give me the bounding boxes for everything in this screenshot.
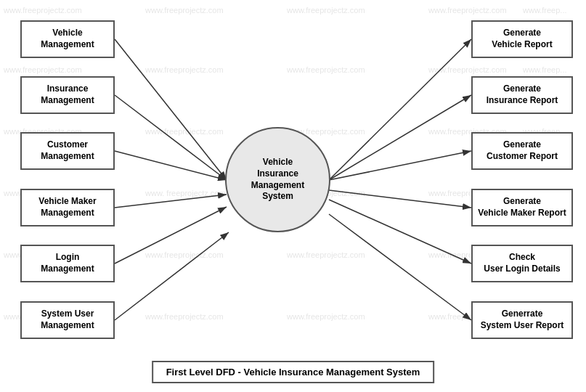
- svg-line-8: [329, 39, 471, 180]
- svg-line-6: [115, 207, 227, 264]
- svg-line-10: [329, 151, 471, 180]
- svg-line-4: [115, 151, 227, 180]
- svg-line-7: [115, 232, 229, 320]
- box-vehicle-management: VehicleManagement: [20, 20, 115, 58]
- box-generate-vehicle-maker-report: GenerateVehicle Maker Report: [471, 189, 573, 226]
- box-check-user-login: CheckUser Login Details: [471, 245, 573, 282]
- box-generate-insurance-report: GenerateInsurance Report: [471, 76, 573, 114]
- svg-line-13: [329, 214, 471, 320]
- box-customer-management: CustomerManagement: [20, 132, 115, 170]
- box-generate-system-user-report: GenerrateSystem User Report: [471, 301, 573, 339]
- box-generate-customer-report: GenerateCustomer Report: [471, 132, 573, 170]
- box-login-management: LoginManagement: [20, 245, 115, 282]
- svg-line-3: [115, 95, 227, 180]
- diagram-title: First Level DFD - Vehicle Insurance Mana…: [152, 361, 435, 383]
- box-system-user-management: System UserManagement: [20, 301, 115, 339]
- box-insurance-management: InsuranceManagement: [20, 76, 115, 114]
- box-generate-vehicle-report: GenerateVehicle Report: [471, 20, 573, 58]
- svg-line-11: [329, 190, 471, 208]
- svg-line-2: [115, 39, 227, 180]
- svg-line-5: [115, 195, 227, 208]
- svg-line-12: [329, 200, 471, 264]
- center-ellipse: VehicleInsuranceManagementSystem: [225, 127, 330, 232]
- diagram-container: www.freeprojectz.com www.freeprojectz.co…: [0, 0, 586, 392]
- center-label: VehicleInsuranceManagementSystem: [251, 157, 304, 202]
- box-vehicle-maker-management: Vehicle MakerManagement: [20, 189, 115, 226]
- svg-line-9: [329, 95, 471, 180]
